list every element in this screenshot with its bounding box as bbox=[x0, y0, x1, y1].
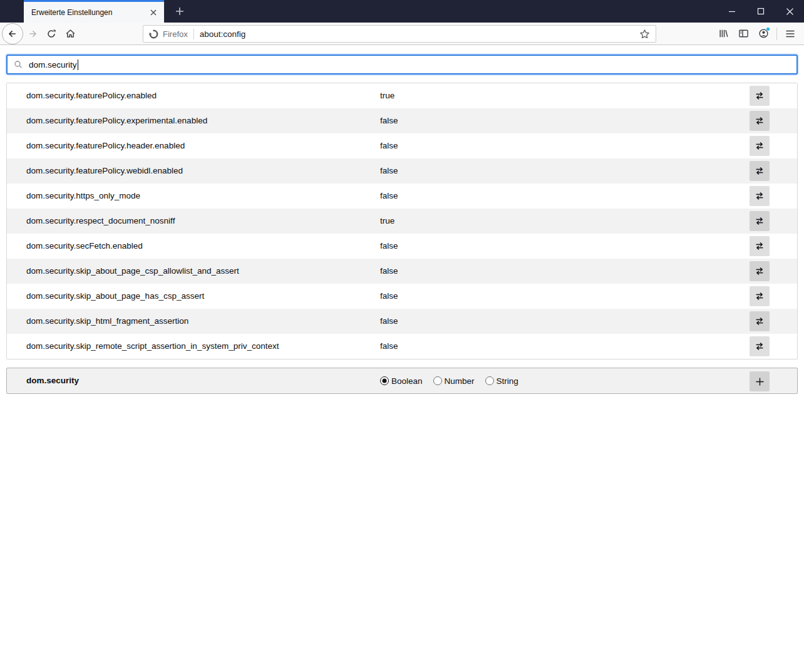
tab-title: Erweiterte Einstellungen bbox=[31, 8, 147, 17]
account-notification-dot bbox=[766, 27, 770, 31]
pref-row: dom.security.featurePolicy.header.enable… bbox=[7, 133, 797, 158]
pref-toggle-button[interactable] bbox=[750, 311, 770, 331]
radio-label: Boolean bbox=[391, 376, 423, 386]
pref-toggle-button[interactable] bbox=[750, 136, 770, 156]
pref-name: dom.security.skip_remote_script_assertio… bbox=[26, 334, 279, 359]
pref-value: false bbox=[380, 158, 398, 184]
window-controls bbox=[718, 0, 804, 23]
pref-value: true bbox=[380, 209, 394, 234]
minimize-icon[interactable] bbox=[718, 0, 746, 23]
prefs-table: dom.security.featurePolicy.enabled true … bbox=[6, 83, 798, 359]
pref-name: dom.security.https_only_mode bbox=[26, 184, 140, 209]
pref-row: dom.security.featurePolicy.enabled true bbox=[7, 83, 797, 108]
pref-row: dom.security.skip_about_page_has_csp_ass… bbox=[7, 284, 797, 309]
radio-circle-icon bbox=[433, 376, 442, 385]
pref-toggle-button[interactable] bbox=[750, 111, 770, 131]
pref-toggle-button[interactable] bbox=[750, 211, 770, 231]
swap-arrows-icon bbox=[755, 91, 765, 101]
tab-close-icon[interactable] bbox=[147, 6, 160, 19]
pref-row: dom.security.featurePolicy.experimental.… bbox=[7, 108, 797, 133]
swap-arrows-icon bbox=[755, 266, 765, 276]
pref-value: false bbox=[380, 133, 398, 158]
pref-name: dom.security.featurePolicy.webidl.enable… bbox=[26, 158, 183, 184]
pref-toggle-button[interactable] bbox=[750, 236, 770, 256]
pref-value: true bbox=[380, 83, 394, 108]
browser-window: Erweiterte Einstellungen bbox=[0, 0, 804, 672]
radio-label: Number bbox=[445, 376, 475, 386]
swap-arrows-icon bbox=[755, 241, 765, 251]
radio-label: String bbox=[497, 376, 518, 386]
pref-value: false bbox=[380, 309, 398, 334]
pref-row: dom.security.featurePolicy.webidl.enable… bbox=[7, 158, 797, 184]
swap-arrows-icon bbox=[755, 291, 765, 301]
pref-value: false bbox=[380, 234, 398, 259]
radio-circle-icon bbox=[485, 376, 494, 385]
pref-name: dom.security.skip_about_page_has_csp_ass… bbox=[26, 284, 204, 309]
firefox-logo-icon bbox=[148, 29, 159, 39]
text-caret bbox=[78, 59, 78, 70]
add-pref-row: dom.security Boolean Number String bbox=[6, 368, 798, 394]
pref-row: dom.security.secFetch.enabled false bbox=[7, 234, 797, 259]
pref-name: dom.security.skip_about_page_csp_allowli… bbox=[26, 259, 239, 284]
identity-label: Firefox bbox=[163, 29, 188, 39]
swap-arrows-icon bbox=[755, 316, 765, 326]
url-bar[interactable]: Firefox about:config bbox=[143, 25, 656, 43]
close-icon[interactable] bbox=[775, 0, 804, 23]
pref-type-radio[interactable]: Number bbox=[433, 376, 475, 386]
swap-arrows-icon bbox=[755, 141, 765, 151]
navigation-toolbar: Firefox about:config bbox=[0, 23, 804, 45]
bookmark-star-icon[interactable] bbox=[637, 26, 652, 41]
radio-circle-icon bbox=[380, 376, 389, 385]
url-text[interactable]: about:config bbox=[200, 29, 637, 39]
reload-button[interactable] bbox=[42, 24, 61, 43]
swap-arrows-icon bbox=[755, 191, 765, 201]
pref-type-radio[interactable]: String bbox=[485, 376, 518, 386]
forward-button[interactable] bbox=[23, 24, 42, 43]
tab-bar: Erweiterte Einstellungen bbox=[0, 0, 804, 23]
urlbar-separator bbox=[193, 29, 194, 39]
pref-name: dom.security.respect_document_nosniff bbox=[26, 209, 175, 234]
back-button[interactable] bbox=[2, 23, 23, 44]
library-icon[interactable] bbox=[713, 24, 733, 43]
sidebar-icon[interactable] bbox=[733, 24, 753, 43]
pref-value: false bbox=[380, 334, 398, 359]
swap-arrows-icon bbox=[755, 216, 765, 226]
pref-toggle-button[interactable] bbox=[750, 186, 770, 206]
search-input[interactable]: dom.security bbox=[6, 54, 798, 75]
pref-toggle-button[interactable] bbox=[750, 286, 770, 306]
search-icon bbox=[14, 60, 23, 69]
tab-erweiterte-einstellungen[interactable]: Erweiterte Einstellungen bbox=[24, 0, 164, 23]
pref-value: false bbox=[380, 184, 398, 209]
new-tab-button[interactable] bbox=[169, 0, 190, 23]
pref-name: dom.security.secFetch.enabled bbox=[26, 234, 143, 259]
pref-name: dom.security.featurePolicy.enabled bbox=[26, 83, 157, 108]
pref-toggle-button[interactable] bbox=[750, 86, 770, 106]
pref-row: dom.security.skip_remote_script_assertio… bbox=[7, 334, 797, 359]
identity-box[interactable]: Firefox bbox=[148, 29, 188, 39]
pref-row: dom.security.https_only_mode false bbox=[7, 184, 797, 209]
pref-toggle-button[interactable] bbox=[750, 161, 770, 181]
maximize-icon[interactable] bbox=[746, 0, 775, 23]
pref-value: false bbox=[380, 259, 398, 284]
pref-name: dom.security.featurePolicy.experimental.… bbox=[26, 108, 207, 133]
add-pref-button[interactable] bbox=[750, 371, 770, 391]
pref-value: false bbox=[380, 108, 398, 133]
toolbar-right-group bbox=[713, 23, 800, 44]
pref-type-radio[interactable]: Boolean bbox=[380, 376, 423, 386]
pref-toggle-button[interactable] bbox=[750, 336, 770, 356]
pref-row: dom.security.skip_about_page_csp_allowli… bbox=[7, 259, 797, 284]
pref-value: false bbox=[380, 284, 398, 309]
menu-icon[interactable] bbox=[780, 24, 800, 43]
toolbar-divider bbox=[776, 28, 777, 40]
home-button[interactable] bbox=[61, 24, 80, 43]
swap-arrows-icon bbox=[755, 166, 765, 176]
search-value: dom.security bbox=[29, 60, 77, 70]
add-pref-name: dom.security bbox=[26, 368, 79, 393]
pref-name: dom.security.featurePolicy.header.enable… bbox=[26, 133, 185, 158]
swap-arrows-icon bbox=[755, 341, 765, 351]
pref-name: dom.security.skip_html_fragment_assertio… bbox=[26, 309, 188, 334]
pref-toggle-button[interactable] bbox=[750, 261, 770, 281]
about-config-page: dom.security dom.security.featurePolicy.… bbox=[0, 45, 804, 672]
pref-row: dom.security.respect_document_nosniff tr… bbox=[7, 209, 797, 234]
account-icon[interactable] bbox=[753, 24, 773, 43]
